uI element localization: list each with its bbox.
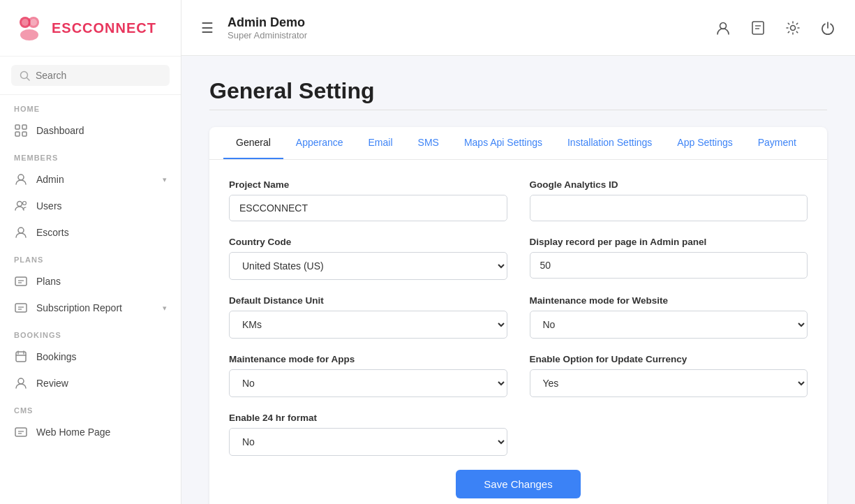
sidebar-item-review[interactable]: Review <box>0 370 181 396</box>
svg-point-3 <box>22 19 29 26</box>
plans-label: Plans <box>36 276 167 287</box>
svg-rect-7 <box>15 125 20 129</box>
tab-general[interactable]: General <box>223 127 283 159</box>
admin-label: Admin <box>36 174 154 185</box>
gear-icon <box>785 20 801 36</box>
sidebar-item-web-home-page[interactable]: Web Home Page <box>0 419 181 445</box>
svg-point-13 <box>23 202 27 205</box>
subscription-icon <box>14 301 28 315</box>
subscription-arrow: ▾ <box>163 304 167 313</box>
logo-icon <box>14 13 45 43</box>
title-divider <box>209 110 827 110</box>
update-currency-select[interactable]: Yes No <box>530 369 808 397</box>
records-per-page-group: Display record per page in Admin panel <box>530 237 808 280</box>
topbar-left: ☰ Admin Demo Super Administrator <box>198 15 307 40</box>
dashboard-label: Dashboard <box>36 125 167 136</box>
escort-icon <box>14 225 28 239</box>
topbar-title: Admin Demo Super Administrator <box>228 15 307 40</box>
section-label-home: HOME <box>0 95 181 117</box>
project-name-input[interactable] <box>229 195 507 221</box>
maintenance-website-select[interactable]: No Yes <box>530 311 808 339</box>
admin-arrow: ▾ <box>163 175 167 184</box>
search-area <box>0 57 181 95</box>
sidebar-item-users[interactable]: Users <box>0 193 181 219</box>
svg-rect-10 <box>22 132 27 136</box>
tab-sms[interactable]: SMS <box>406 127 452 159</box>
distance-unit-select[interactable]: KMs Miles <box>229 311 507 339</box>
svg-rect-23 <box>15 428 27 436</box>
sidebar-item-admin[interactable]: Admin ▾ <box>0 166 181 193</box>
svg-line-6 <box>27 77 30 80</box>
topbar: ☰ Admin Demo Super Administrator <box>181 0 855 56</box>
logo-text: ESCCONNECT <box>52 20 156 36</box>
country-code-group: Country Code United States (US) United K… <box>229 237 507 280</box>
settings-card: General Apperance Email SMS Maps Api Set… <box>209 127 827 504</box>
form-actions: Save Changes <box>229 456 808 504</box>
sidebar: ESCCONNECT HOME Dashboard MEMBERS <box>0 0 181 504</box>
tab-installation[interactable]: Installation Settings <box>555 127 664 159</box>
bookings-label: Bookings <box>36 351 167 362</box>
records-per-page-label: Display record per page in Admin panel <box>530 237 808 247</box>
escorts-label: Escorts <box>36 227 167 238</box>
logo-area: ESCCONNECT <box>0 0 181 57</box>
tabs-bar: General Apperance Email SMS Maps Api Set… <box>209 127 827 160</box>
web-home-page-label: Web Home Page <box>36 427 167 438</box>
maintenance-website-label: Maintenance mode for Website <box>530 295 808 306</box>
save-changes-button[interactable]: Save Changes <box>456 470 580 498</box>
svg-point-30 <box>791 25 796 30</box>
country-code-label: Country Code <box>229 237 507 247</box>
tab-payment[interactable]: Payment <box>745 127 809 159</box>
sidebar-item-escorts[interactable]: Escorts <box>0 219 181 246</box>
sidebar-item-bookings[interactable]: Bookings <box>0 343 181 370</box>
hr-format-select[interactable]: No Yes <box>229 428 507 456</box>
update-currency-group: Enable Option for Update Currency Yes No <box>530 354 808 397</box>
google-analytics-input[interactable] <box>530 195 808 221</box>
tab-app-settings[interactable]: App Settings <box>664 127 745 159</box>
svg-point-22 <box>18 378 24 384</box>
review-icon <box>14 376 28 390</box>
project-name-group: Project Name <box>229 179 507 221</box>
cms-icon <box>14 425 28 439</box>
grid-icon <box>14 124 28 138</box>
svg-rect-27 <box>752 22 764 34</box>
profile-button[interactable] <box>713 17 734 38</box>
form-area: Project Name Google Analytics ID Country… <box>209 160 827 504</box>
records-per-page-input[interactable] <box>530 252 808 279</box>
distance-unit-label: Default Distance Unit <box>229 295 507 306</box>
svg-rect-18 <box>15 304 27 312</box>
tab-appearance[interactable]: Apperance <box>283 127 356 159</box>
google-analytics-label: Google Analytics ID <box>530 179 808 190</box>
power-icon <box>820 20 835 36</box>
maintenance-apps-label: Maintenance mode for Apps <box>229 354 507 364</box>
sidebar-item-plans[interactable]: Plans <box>0 268 181 295</box>
power-button[interactable] <box>817 17 838 38</box>
sidebar-item-dashboard[interactable]: Dashboard <box>0 117 181 144</box>
update-currency-label: Enable Option for Update Currency <box>530 354 808 364</box>
country-code-select[interactable]: United States (US) United Kingdom (UK) C… <box>229 252 507 280</box>
sidebar-item-subscription-report[interactable]: Subscription Report ▾ <box>0 295 181 321</box>
search-input[interactable] <box>36 70 161 81</box>
distance-unit-group: Default Distance Unit KMs Miles <box>229 295 507 339</box>
section-label-bookings: BOOKINGS <box>0 321 181 343</box>
page-title: General Setting <box>209 78 827 104</box>
notes-button[interactable] <box>748 17 768 38</box>
tab-maps-api[interactable]: Maps Api Settings <box>452 127 555 159</box>
users-label: Users <box>36 200 167 212</box>
maintenance-apps-select[interactable]: No Yes <box>229 369 507 397</box>
main-area: ☰ Admin Demo Super Administrator <box>181 0 855 504</box>
svg-point-11 <box>18 175 24 180</box>
svg-point-14 <box>18 228 24 233</box>
svg-point-12 <box>17 202 22 207</box>
user-topbar-icon <box>715 20 731 36</box>
svg-point-4 <box>30 19 37 26</box>
tab-email[interactable]: Email <box>356 127 406 159</box>
user-icon <box>14 172 28 186</box>
section-label-cms: CMS <box>0 396 181 419</box>
hamburger-button[interactable]: ☰ <box>198 17 216 39</box>
form-grid: Project Name Google Analytics ID Country… <box>229 179 808 456</box>
svg-point-2 <box>20 29 38 40</box>
settings-button[interactable] <box>782 17 803 38</box>
svg-rect-8 <box>22 125 27 129</box>
svg-point-26 <box>720 22 727 29</box>
hr-format-group: Enable 24 hr format No Yes <box>229 413 507 456</box>
